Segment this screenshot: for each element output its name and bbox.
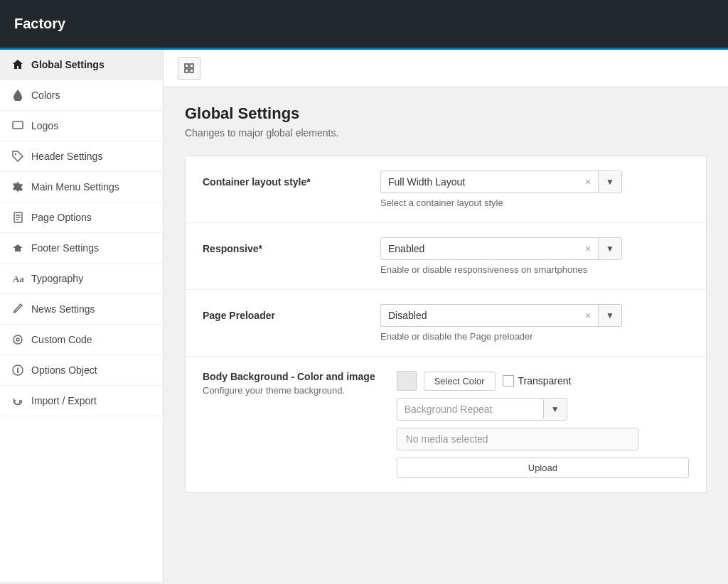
main-layout: Global Settings Colors Logos Header Sett…: [0, 50, 728, 582]
sidebar-item-footer-settings[interactable]: Footer Settings: [0, 233, 163, 264]
field-label-container-layout: Container layout style*: [203, 171, 359, 188]
responsive-arrow[interactable]: ▼: [599, 239, 621, 259]
page-preloader-value: Disabled: [381, 305, 578, 326]
sidebar-item-custom-code[interactable]: Custom Code: [0, 325, 163, 355]
transparent-row: Transparent: [503, 375, 572, 386]
sidebar-item-global-settings[interactable]: Global Settings: [0, 50, 163, 80]
background-repeat-arrow[interactable]: ▼: [543, 399, 567, 419]
settings-panel: Container layout style* Full Width Layou…: [185, 156, 707, 493]
sidebar-label-global-settings: Global Settings: [31, 59, 105, 70]
container-layout-value: Full Width Layout: [381, 171, 578, 193]
sidebar-label-typography: Typography: [31, 273, 83, 284]
field-control-container-layout: Full Width Layout × ▼ Select a container…: [380, 171, 689, 208]
sidebar-label-logos: Logos: [31, 120, 58, 131]
background-repeat-value: Background Repeat: [397, 399, 543, 420]
svg-text:Aa: Aa: [13, 274, 23, 284]
refresh-icon: [11, 394, 24, 407]
sidebar: Global Settings Colors Logos Header Sett…: [0, 50, 164, 582]
field-label-page-preloader: Page Preloader: [203, 304, 359, 321]
page-title: Global Settings: [185, 104, 707, 123]
sidebar-label-footer-settings: Footer Settings: [31, 242, 99, 254]
app-title: Factory: [14, 16, 65, 32]
sidebar-label-colors: Colors: [31, 90, 60, 101]
select-color-button[interactable]: Select Color: [424, 372, 496, 391]
sidebar-label-news-settings: News Settings: [31, 303, 95, 315]
transparent-checkbox[interactable]: [503, 375, 514, 386]
sidebar-item-typography[interactable]: Aa Typography: [0, 264, 163, 294]
field-label-responsive: Responsive*: [203, 237, 359, 254]
color-swatch[interactable]: [397, 371, 417, 391]
home-icon: [11, 58, 24, 71]
sidebar-label-options-object: Options Object: [31, 364, 97, 376]
sidebar-label-main-menu-settings: Main Menu Settings: [31, 181, 119, 193]
page-icon: [11, 211, 24, 224]
grid-view-button[interactable]: [178, 57, 200, 80]
body-background-main-label: Body Background - Color and image: [203, 371, 375, 382]
footer-icon: [11, 242, 24, 254]
pencil-icon: [11, 303, 24, 315]
field-container-layout-style: Container layout style* Full Width Layou…: [186, 156, 706, 223]
svg-rect-0: [13, 121, 23, 129]
body-background-sub-label: Configure your theme background.: [203, 385, 375, 396]
transparent-label: Transparent: [518, 375, 572, 386]
body-background-label-group: Body Background - Color and image Config…: [203, 371, 375, 396]
svg-rect-10: [17, 369, 18, 373]
container-layout-clear[interactable]: ×: [578, 171, 599, 193]
sidebar-item-news-settings[interactable]: News Settings: [0, 294, 163, 325]
field-body-background: Body Background - Color and image Config…: [186, 357, 706, 492]
sidebar-item-logos[interactable]: Logos: [0, 111, 163, 141]
content-area: Global Settings Changes to major global …: [164, 50, 728, 582]
field-control-page-preloader: Disabled × ▼ Enable or disable the Page …: [380, 304, 689, 342]
svg-rect-11: [17, 368, 18, 369]
svg-point-7: [14, 335, 22, 344]
gear-icon: [11, 180, 24, 193]
svg-rect-13: [190, 64, 193, 67]
field-responsive: Responsive* Enabled × ▼ Enable or disabl…: [186, 223, 706, 290]
drop-icon: [11, 89, 24, 102]
sidebar-item-import-export[interactable]: Import / Export: [0, 386, 163, 416]
sidebar-item-main-menu-settings[interactable]: Main Menu Settings: [0, 172, 163, 202]
container-layout-arrow[interactable]: ▼: [599, 172, 621, 192]
sidebar-item-colors[interactable]: Colors: [0, 80, 163, 111]
content-body: Global Settings Changes to major global …: [164, 87, 728, 510]
field-page-preloader: Page Preloader Disabled × ▼ Enable or di…: [186, 290, 706, 357]
responsive-hint: Enable or disable responsiveness on smar…: [380, 264, 689, 275]
responsive-clear[interactable]: ×: [578, 238, 599, 259]
page-preloader-arrow[interactable]: ▼: [599, 305, 621, 325]
sidebar-label-header-settings: Header Settings: [31, 151, 102, 162]
no-media-field: No media selected: [397, 428, 638, 450]
container-layout-hint: Select a container layout style: [380, 198, 689, 208]
svg-point-1: [15, 153, 16, 155]
field-control-responsive: Enabled × ▼ Enable or disable responsive…: [380, 237, 689, 275]
background-repeat-select[interactable]: Background Repeat ▼: [397, 398, 567, 421]
upload-button[interactable]: Upload: [397, 458, 689, 478]
sidebar-label-custom-code: Custom Code: [31, 334, 92, 345]
sidebar-label-page-options: Page Options: [31, 212, 92, 223]
svg-rect-15: [190, 69, 193, 72]
svg-rect-14: [185, 69, 188, 72]
svg-point-8: [16, 338, 19, 341]
responsive-select[interactable]: Enabled × ▼: [380, 237, 622, 260]
container-layout-select[interactable]: Full Width Layout × ▼: [380, 171, 622, 193]
responsive-value: Enabled: [381, 238, 578, 259]
page-subtitle: Changes to major global elements.: [185, 127, 707, 139]
sidebar-item-options-object[interactable]: Options Object: [0, 355, 163, 386]
sidebar-label-import-export: Import / Export: [31, 395, 97, 406]
typography-icon: Aa: [11, 272, 24, 285]
custom-code-icon: [11, 333, 24, 346]
svg-rect-12: [185, 64, 188, 67]
info-icon: [11, 364, 24, 377]
tag-icon: [11, 150, 24, 163]
sidebar-item-header-settings[interactable]: Header Settings: [0, 141, 163, 172]
body-background-controls: Select Color Transparent Background Repe…: [397, 371, 689, 478]
page-preloader-clear[interactable]: ×: [578, 305, 599, 326]
bg-color-row: Select Color Transparent: [397, 371, 689, 391]
sidebar-item-page-options[interactable]: Page Options: [0, 202, 163, 233]
content-toolbar: [164, 50, 728, 87]
page-preloader-select[interactable]: Disabled × ▼: [380, 304, 622, 327]
grid-icon: [184, 63, 194, 73]
top-header: Factory: [0, 0, 728, 50]
monitor-icon: [11, 119, 24, 132]
page-preloader-hint: Enable or disable the Page preloader: [380, 331, 689, 342]
